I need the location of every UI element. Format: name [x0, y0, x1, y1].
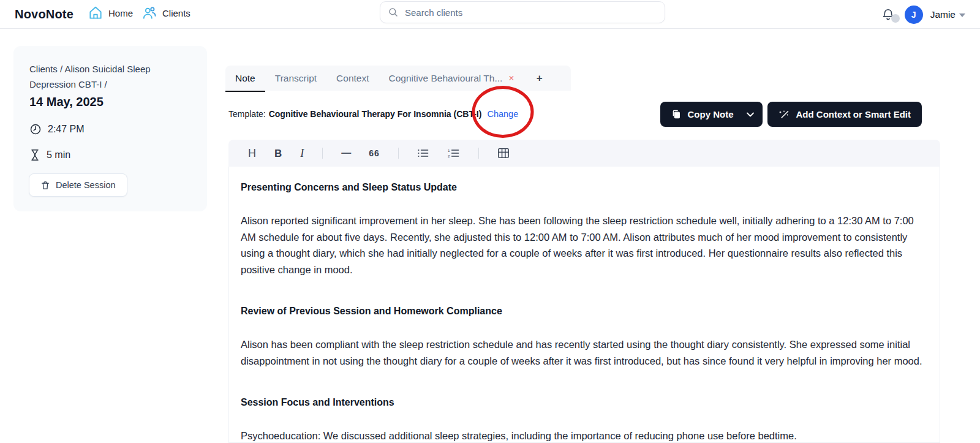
nav-item-clients[interactable]: Clients [141, 5, 190, 21]
note-section: Presenting Concerns and Sleep Status Upd… [241, 182, 925, 278]
user-menu[interactable]: Jamie [930, 9, 965, 20]
app-page: NovoNote Home Clients [0, 0, 980, 443]
note-actions: Copy Note Add Context or Smart Edit [660, 102, 922, 127]
user-name: Jamie [930, 9, 956, 20]
tab-context-label: Context [336, 73, 369, 84]
add-tab-button[interactable]: + [528, 66, 551, 91]
editor-toolbar: H B I — 66 1 2 [228, 140, 940, 167]
clock-icon [29, 123, 42, 135]
session-time-row: 2:47 PM [29, 123, 85, 135]
session-date: 14 May, 2025 [29, 95, 104, 109]
nav-clients-label: Clients [162, 8, 190, 18]
tab-cognitive-behavioural[interactable]: Cognitive Behavioural Th... × [379, 66, 524, 91]
notifications-button[interactable] [881, 7, 897, 23]
change-link-wrap: Change [487, 109, 518, 119]
delete-session-label: Delete Session [56, 180, 116, 190]
svg-text:1: 1 [448, 148, 450, 153]
tab-note[interactable]: Note [225, 66, 265, 91]
copy-icon [671, 109, 681, 119]
session-info-card: Clients / Alison Suicidal Sleep Depressi… [13, 46, 207, 211]
tab-cognitive-behavioural-label: Cognitive Behavioural Th... [389, 73, 503, 84]
search-input[interactable] [405, 7, 657, 18]
tab-context[interactable]: Context [326, 66, 379, 91]
insert-table-button[interactable] [497, 148, 510, 159]
template-label: Template: [228, 109, 266, 119]
toolbar-divider [478, 148, 479, 159]
session-time: 2:47 PM [48, 124, 85, 135]
add-context-smart-edit-button[interactable]: Add Context or Smart Edit [767, 102, 922, 127]
note-section-paragraph: Alison has been compliant with the sleep… [241, 336, 925, 369]
copy-note-label: Copy Note [687, 109, 733, 119]
search-icon [388, 7, 399, 18]
note-section-heading: Review of Previous Session and Homework … [241, 306, 925, 317]
session-duration-row: 5 min [29, 149, 70, 161]
note-section: Session Focus and Interventions Psychoed… [241, 397, 925, 443]
navbar-right-cluster: J Jamie [881, 0, 965, 29]
hourglass-icon [29, 149, 40, 161]
copy-note-button[interactable]: Copy Note [660, 102, 763, 127]
search-bar[interactable] [380, 1, 665, 23]
toolbar-divider [322, 148, 323, 159]
notification-status-dot [891, 14, 900, 23]
delete-session-button[interactable]: Delete Session [29, 173, 127, 197]
change-template-link[interactable]: Change [487, 109, 518, 119]
note-section-paragraph: Psychoeducation: We discussed additional… [241, 428, 925, 443]
magic-wand-icon [778, 109, 790, 120]
chevron-down-icon[interactable] [747, 112, 754, 117]
note-editor[interactable]: Presenting Concerns and Sleep Status Upd… [228, 167, 940, 443]
svg-text:2: 2 [448, 154, 450, 158]
note-section-heading: Presenting Concerns and Sleep Status Upd… [241, 182, 925, 193]
document-tabbar: Note Transcript Context Cognitive Behavi… [225, 66, 571, 91]
blockquote-button[interactable]: 66 [369, 149, 380, 157]
session-duration: 5 min [47, 150, 70, 161]
note-section-heading: Session Focus and Interventions [241, 397, 925, 408]
chevron-down-icon [959, 13, 965, 17]
app-logo[interactable]: NovoNote [15, 7, 74, 21]
ordered-list-button[interactable]: 1 2 [448, 148, 460, 159]
breadcrumb[interactable]: Clients / Alison Suicidal Sleep Depressi… [29, 61, 176, 92]
note-section-paragraph: Alison reported significant improvement … [241, 213, 925, 278]
add-context-smart-edit-label: Add Context or Smart Edit [796, 109, 911, 119]
tab-transcript-label: Transcript [275, 73, 317, 84]
bullet-list-button[interactable] [417, 148, 429, 159]
nav-home-label: Home [108, 8, 133, 18]
home-icon [88, 5, 104, 21]
template-name: Cognitive Behavioural Therapy For Insomn… [269, 109, 482, 119]
clients-icon [141, 5, 157, 21]
note-section: Review of Previous Session and Homework … [241, 306, 925, 369]
avatar[interactable]: J [905, 6, 923, 24]
tab-transcript[interactable]: Transcript [265, 66, 326, 91]
heading-format-button[interactable]: H [248, 148, 256, 159]
italic-format-button[interactable]: I [300, 148, 304, 159]
trash-icon [40, 180, 50, 191]
nav-item-home[interactable]: Home [88, 5, 133, 21]
top-navbar: NovoNote Home Clients [0, 0, 980, 29]
bold-format-button[interactable]: B [274, 148, 282, 159]
template-bar: Template: Cognitive Behavioural Therapy … [228, 109, 518, 119]
toolbar-divider [398, 148, 399, 159]
tab-close-icon[interactable]: × [508, 74, 514, 83]
horizontal-rule-button[interactable]: — [341, 148, 350, 158]
tab-note-label: Note [235, 73, 255, 84]
